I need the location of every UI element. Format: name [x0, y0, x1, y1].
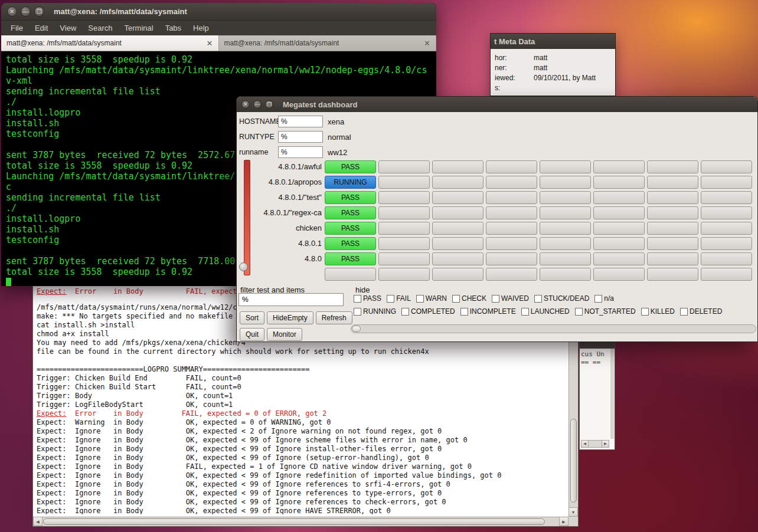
terminal-titlebar[interactable]: ✕ — ❒ matt@xena: /mfs/matt/data/sysmaint: [1, 3, 436, 21]
dashboard-horizontal-scrollbar[interactable]: [351, 324, 756, 333]
cell-button[interactable]: [701, 222, 752, 235]
cell-button[interactable]: [432, 222, 483, 235]
checkbox[interactable]: [416, 295, 424, 303]
tab-close-button[interactable]: ✕: [207, 39, 213, 48]
test-status-button[interactable]: PASS: [325, 206, 376, 219]
action-button[interactable]: Refresh: [316, 311, 352, 324]
cell-button[interactable]: [378, 268, 430, 281]
cell-button[interactable]: [540, 268, 591, 281]
cell-button[interactable]: [647, 160, 698, 173]
cell-button[interactable]: [593, 222, 645, 235]
field-input[interactable]: [278, 131, 323, 143]
menu-item[interactable]: Terminal: [119, 24, 159, 32]
cell-button[interactable]: [540, 237, 591, 250]
hide-toggle[interactable]: DELETED: [680, 307, 722, 316]
menu-item[interactable]: View: [54, 24, 82, 32]
menu-item[interactable]: File: [5, 24, 29, 32]
scrollbar-thumb[interactable]: [43, 518, 545, 525]
action-button[interactable]: Sort: [240, 311, 264, 324]
maximize-button[interactable]: ❒: [265, 100, 273, 109]
cell-button[interactable]: [701, 191, 752, 204]
cell-button[interactable]: [378, 252, 430, 265]
cell-button[interactable]: [486, 176, 537, 189]
slider-knob[interactable]: [239, 262, 248, 271]
cell-button[interactable]: [432, 237, 483, 250]
cell-button[interactable]: [540, 206, 591, 219]
hide-toggle[interactable]: WARN: [416, 294, 447, 303]
cell-button[interactable]: [593, 160, 645, 173]
hide-toggle[interactable]: INCOMPLETE: [460, 307, 516, 316]
run-slider-track[interactable]: [244, 160, 250, 275]
tab-close-button[interactable]: ✕: [424, 39, 430, 48]
cell-button[interactable]: [701, 206, 752, 219]
hide-toggle[interactable]: STUCK/DEAD: [534, 294, 589, 303]
filter-input[interactable]: [238, 293, 344, 306]
cell-button[interactable]: [486, 222, 537, 235]
cell-button[interactable]: [701, 237, 752, 250]
close-button[interactable]: ✕: [241, 100, 250, 109]
cell-button[interactable]: [701, 160, 752, 173]
side-vertical-scrollbar[interactable]: [610, 349, 614, 439]
cell-button[interactable]: [432, 160, 483, 173]
cell-button[interactable]: [432, 268, 483, 281]
side-horizontal-scrollbar[interactable]: ◀ ▶: [581, 440, 609, 448]
checkbox[interactable]: [401, 308, 409, 316]
cell-button[interactable]: [486, 268, 537, 281]
cell-button[interactable]: [378, 191, 430, 204]
cell-button[interactable]: [540, 222, 591, 235]
test-status-button[interactable]: PASS: [325, 191, 376, 204]
test-status-button[interactable]: PASS: [325, 160, 376, 173]
left-arrow-icon[interactable]: ◀: [33, 517, 43, 526]
terminal-tab-active[interactable]: matt@xena: /mfs/matt/data/sysmaint ✕: [1, 35, 219, 51]
cell-button[interactable]: [593, 176, 645, 189]
close-button[interactable]: ✕: [7, 6, 17, 17]
cell-button[interactable]: [432, 191, 483, 204]
field-input[interactable]: [278, 116, 323, 127]
right-arrow-icon[interactable]: ▶: [602, 441, 609, 447]
checkbox[interactable]: [387, 295, 394, 303]
right-arrow-icon[interactable]: ▶: [559, 517, 568, 526]
horizontal-scrollbar[interactable]: ◀ ▶: [33, 517, 568, 526]
checkbox[interactable]: [575, 308, 583, 316]
checkbox[interactable]: [641, 308, 649, 316]
cell-button[interactable]: [486, 237, 537, 250]
cell-button[interactable]: [540, 191, 591, 204]
menu-item[interactable]: Edit: [29, 24, 54, 32]
cell-button[interactable]: [593, 206, 645, 219]
cell-button[interactable]: [647, 206, 698, 219]
cell-button[interactable]: [378, 176, 430, 189]
hide-toggle[interactable]: COMPLETED: [401, 307, 455, 316]
cell-button[interactable]: [701, 176, 752, 189]
cell-button[interactable]: [432, 206, 483, 219]
dashboard-titlebar[interactable]: ✕ — ❒ Megatest dashboard: [237, 97, 757, 112]
menu-item[interactable]: Search: [82, 24, 118, 32]
cell-button[interactable]: [593, 268, 645, 281]
checkbox[interactable]: [354, 295, 361, 303]
hide-toggle[interactable]: WAIVED: [492, 294, 529, 303]
cell-button[interactable]: [540, 176, 591, 189]
terminal-tab-inactive[interactable]: matt@xena: /mfs/matt/data/sysmaint ✕: [219, 35, 437, 51]
checkbox[interactable]: [680, 308, 688, 316]
checkbox[interactable]: [492, 295, 499, 303]
hide-toggle[interactable]: PASS: [354, 294, 381, 303]
cell-button[interactable]: [540, 252, 591, 265]
cell-button[interactable]: [432, 176, 483, 189]
field-input[interactable]: [278, 146, 323, 158]
cell-button[interactable]: [540, 160, 591, 173]
hide-toggle[interactable]: CHECK: [452, 294, 486, 303]
checkbox[interactable]: [521, 308, 529, 316]
minimize-button[interactable]: —: [253, 100, 262, 109]
cell-button[interactable]: [378, 237, 430, 250]
action-button[interactable]: Monitor: [267, 328, 302, 341]
cell-button[interactable]: [593, 191, 645, 204]
action-button[interactable]: Quit: [240, 328, 264, 341]
cell-button[interactable]: [378, 160, 430, 173]
cell-button[interactable]: [486, 160, 537, 173]
checkbox[interactable]: [534, 295, 542, 303]
checkbox[interactable]: [460, 308, 468, 316]
menu-item[interactable]: Help: [187, 24, 215, 32]
hide-toggle[interactable]: FAIL: [387, 294, 411, 303]
cell-button[interactable]: [378, 206, 430, 219]
action-button[interactable]: HideEmpty: [267, 311, 313, 324]
cell-button[interactable]: [486, 191, 537, 204]
